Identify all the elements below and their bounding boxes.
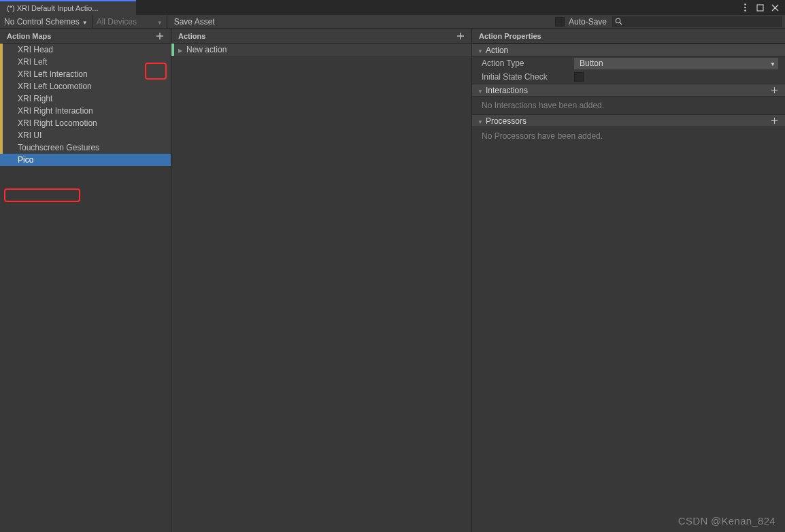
action-type-label: Action Type (479, 59, 574, 68)
search-input[interactable] (612, 16, 782, 27)
add-processor-button[interactable] (769, 116, 780, 127)
watermark: CSDN @Kenan_824 (678, 515, 775, 527)
action-maps-header: Action Maps (0, 29, 171, 44)
action-map-label: XRI Head (12, 45, 53, 54)
devices-label: All Devices (97, 17, 137, 27)
initial-state-label: Initial State Check (479, 72, 574, 82)
action-properties-header: Action Properties (472, 29, 785, 44)
action-maps-panel: Action Maps XRI HeadXRI LeftXRI Left Int… (0, 29, 171, 532)
autosave-toggle[interactable]: Auto-Save (550, 17, 612, 27)
color-bar (0, 129, 3, 142)
action-map-label: XRI Right Locomotion (12, 118, 97, 128)
action-map-label: XRI Right (12, 94, 52, 103)
chevron-down-icon (770, 59, 775, 68)
action-maps-list: XRI HeadXRI LeftXRI Left InteractionXRI … (0, 44, 171, 532)
initial-state-row: Initial State Check (472, 70, 785, 84)
chevron-down-icon (478, 86, 483, 95)
svg-rect-3 (757, 5, 763, 11)
color-bar (0, 105, 3, 117)
chevron-down-icon (157, 17, 163, 27)
svg-point-6 (616, 18, 620, 23)
svg-point-0 (744, 3, 746, 5)
color-bar (0, 142, 3, 154)
action-map-item[interactable]: XRI Left Interaction (0, 68, 171, 80)
action-map-label: XRI UI (12, 131, 41, 140)
actions-list: New action (171, 44, 471, 532)
chevron-down-icon (82, 17, 88, 27)
devices-dropdown[interactable]: All Devices (93, 15, 167, 28)
control-schemes-label: No Control Schemes (4, 17, 80, 27)
control-schemes-dropdown[interactable]: No Control Schemes (0, 15, 93, 28)
color-bar (0, 44, 3, 56)
kebab-menu-icon[interactable] (740, 3, 750, 12)
action-label: New action (182, 45, 227, 54)
svg-point-1 (744, 7, 746, 9)
processors-empty-text: No Processors have been added. (472, 127, 785, 145)
processors-section-header[interactable]: Processors (472, 114, 785, 127)
add-interaction-button[interactable] (769, 85, 780, 96)
action-map-label: Pico (12, 155, 33, 165)
actions-panel: Actions New action (171, 29, 472, 532)
add-action-map-button[interactable] (154, 31, 165, 41)
color-bar (0, 93, 3, 105)
search-icon (615, 18, 622, 25)
action-type-row: Action Type Button (472, 56, 785, 70)
chevron-down-icon (478, 116, 483, 126)
save-asset-button[interactable]: Save Asset (167, 15, 222, 28)
autosave-label: Auto-Save (569, 17, 607, 27)
color-bar (0, 80, 3, 93)
svg-point-2 (744, 10, 746, 12)
interactions-section-header[interactable]: Interactions (472, 84, 785, 97)
action-map-item[interactable]: XRI Right (0, 93, 171, 105)
initial-state-checkbox[interactable] (574, 72, 584, 82)
action-type-dropdown[interactable]: Button (574, 58, 778, 69)
interactions-empty-text: No Interactions have been added. (472, 97, 785, 114)
action-map-item[interactable]: XRI Head (0, 44, 171, 56)
svg-line-7 (620, 22, 622, 24)
action-map-label: Touchscreen Gestures (12, 143, 99, 152)
action-map-label: XRI Left Interaction (12, 69, 88, 79)
action-map-label: XRI Left Locomotion (12, 82, 92, 91)
action-properties-panel: Action Properties Action Action Type But… (472, 29, 785, 532)
window-tab-bar: (*) XRI Default Input Actio... (0, 0, 785, 15)
action-map-item[interactable]: XRI Right Interaction (0, 105, 171, 117)
action-map-item[interactable]: Pico (0, 154, 171, 166)
toolbar: No Control Schemes All Devices Save Asse… (0, 15, 785, 29)
chevron-down-icon (478, 46, 483, 55)
action-map-label: XRI Right Interaction (12, 106, 93, 116)
window-tab-title: (*) XRI Default Input Actio... (7, 4, 99, 12)
action-map-item[interactable]: XRI Left Locomotion (0, 80, 171, 93)
action-map-item[interactable]: XRI Left (0, 56, 171, 68)
action-map-item[interactable]: XRI UI (0, 129, 171, 142)
actions-header: Actions (171, 29, 471, 44)
maximize-icon[interactable] (755, 3, 765, 12)
autosave-checkbox[interactable] (555, 17, 565, 27)
action-item[interactable]: New action (171, 44, 471, 56)
color-bar (171, 44, 174, 56)
add-action-button[interactable] (455, 31, 466, 41)
action-map-label: XRI Left (12, 57, 47, 67)
action-map-item[interactable]: Touchscreen Gestures (0, 142, 171, 154)
color-bar (0, 56, 3, 68)
window-tab[interactable]: (*) XRI Default Input Actio... (0, 0, 136, 15)
color-bar (0, 68, 3, 80)
close-icon[interactable] (770, 3, 780, 12)
action-map-item[interactable]: XRI Right Locomotion (0, 117, 171, 129)
color-bar (0, 154, 3, 166)
color-bar (0, 117, 3, 129)
action-section-header[interactable]: Action (472, 44, 785, 56)
